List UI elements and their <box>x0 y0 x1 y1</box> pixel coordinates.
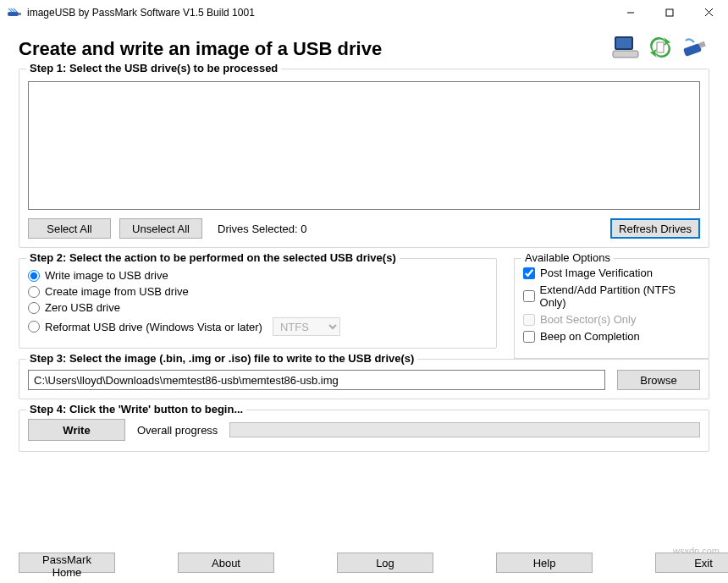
chk-extend-partition[interactable]: Extend/Add Partition (NTFS Only) <box>523 283 700 309</box>
bottom-bar: PassMark Home About Log Help Exit <box>19 553 709 573</box>
overall-progress-bar <box>229 422 700 437</box>
svg-rect-10 <box>683 43 702 57</box>
step4-group: Step 4: Click the 'Write' button to begi… <box>19 410 709 452</box>
available-options-legend: Available Options <box>521 251 614 264</box>
unselect-all-button[interactable]: Unselect All <box>119 218 202 239</box>
minimize-button[interactable] <box>611 0 650 25</box>
window-controls <box>611 0 728 25</box>
chk-beep-input[interactable] <box>523 331 535 343</box>
svg-rect-9 <box>657 42 664 52</box>
radio-create-image-label: Create image from USB drive <box>45 285 189 298</box>
radio-create-image[interactable]: Create image from USB drive <box>28 285 488 298</box>
svg-rect-3 <box>666 9 673 16</box>
radio-reformat-label: Reformat USB drive (Windows Vista or lat… <box>45 321 262 333</box>
svg-rect-0 <box>8 12 19 16</box>
step1-legend: Step 1: Select the USB drive(s) to be pr… <box>26 62 281 74</box>
available-options-group: Available Options Post Image Verificatio… <box>514 258 709 359</box>
write-button[interactable]: Write <box>28 419 125 441</box>
step1-group: Step 1: Select the USB drive(s) to be pr… <box>19 69 709 248</box>
radio-create-image-input[interactable] <box>28 286 40 298</box>
computer-icon <box>611 34 642 63</box>
chk-extend-partition-label: Extend/Add Partition (NTFS Only) <box>540 283 700 309</box>
chk-post-verify[interactable]: Post Image Verification <box>523 267 700 279</box>
overall-progress-label: Overall progress <box>137 424 218 437</box>
radio-reformat-input[interactable] <box>28 321 40 333</box>
step4-legend: Step 4: Click the 'Write' button to begi… <box>26 403 246 415</box>
step3-group: Step 3: Select the image (.bin, .img or … <box>19 359 709 399</box>
step2-group: Step 2: Select the action to be performe… <box>19 258 497 349</box>
window-title: imageUSB by PassMark Software V1.5 Build… <box>27 7 255 19</box>
chk-boot-sector-input <box>523 314 535 326</box>
drive-listbox[interactable] <box>28 81 700 210</box>
radio-zero-drive-input[interactable] <box>28 302 40 314</box>
maximize-button[interactable] <box>650 0 689 25</box>
chk-extend-partition-input[interactable] <box>523 290 535 302</box>
about-button[interactable]: About <box>178 553 274 573</box>
close-button[interactable] <box>689 0 728 25</box>
passmark-home-button[interactable]: PassMark Home <box>19 553 115 573</box>
select-all-button[interactable]: Select All <box>28 218 111 239</box>
chk-boot-sector-label: Boot Sector(s) Only <box>540 313 636 326</box>
page-title: Create and write an image of a USB drive <box>19 38 382 60</box>
svg-rect-7 <box>616 38 631 48</box>
chk-beep[interactable]: Beep on Completion <box>523 330 700 343</box>
svg-rect-8 <box>613 51 638 58</box>
radio-write-image-input[interactable] <box>28 270 40 282</box>
header-icons <box>611 34 709 63</box>
refresh-arrows-icon <box>645 34 676 63</box>
radio-zero-drive[interactable]: Zero USB drive <box>28 301 488 314</box>
refresh-drives-button[interactable]: Refresh Drives <box>610 218 700 239</box>
help-button[interactable]: Help <box>496 553 593 573</box>
log-button[interactable]: Log <box>337 553 433 573</box>
browse-button[interactable]: Browse <box>617 370 700 390</box>
chk-boot-sector: Boot Sector(s) Only <box>523 313 700 326</box>
app-icon <box>7 5 22 20</box>
radio-reformat[interactable]: Reformat USB drive (Windows Vista or lat… <box>28 317 488 336</box>
svg-rect-1 <box>19 13 21 15</box>
chk-post-verify-input[interactable] <box>523 267 535 279</box>
header-row: Create and write an image of a USB drive <box>19 34 709 63</box>
chk-post-verify-label: Post Image Verification <box>540 267 653 279</box>
usb-drive-icon <box>679 34 709 63</box>
image-path-input[interactable] <box>28 370 605 390</box>
filesystem-select: NTFS <box>273 317 340 336</box>
chk-beep-label: Beep on Completion <box>540 330 640 343</box>
titlebar: imageUSB by PassMark Software V1.5 Build… <box>0 0 728 25</box>
step3-legend: Step 3: Select the image (.bin, .img or … <box>26 352 417 365</box>
radio-write-image[interactable]: Write image to USB drive <box>28 269 488 282</box>
radio-write-image-label: Write image to USB drive <box>45 269 168 282</box>
exit-button[interactable]: Exit <box>655 553 728 573</box>
step2-legend: Step 2: Select the action to be performe… <box>26 251 400 264</box>
radio-zero-drive-label: Zero USB drive <box>45 301 120 314</box>
drives-selected-label: Drives Selected: 0 <box>218 223 307 235</box>
